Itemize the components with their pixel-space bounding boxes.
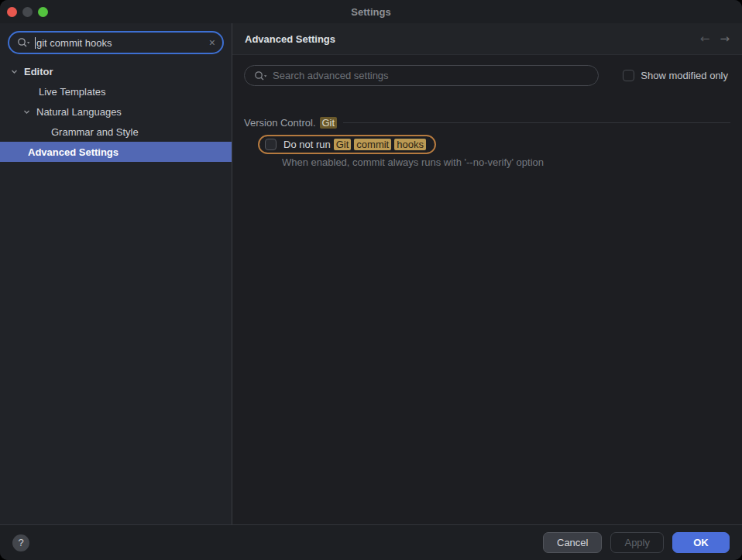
settings-sidebar: git commit hooks × Editor Live Templates: [0, 23, 232, 524]
window-title: Settings: [351, 6, 390, 18]
tree-item-label: Live Templates: [39, 86, 105, 98]
tree-item-natural-languages[interactable]: Natural Languages: [0, 101, 232, 122]
back-arrow-icon[interactable]: ←: [700, 32, 710, 46]
main-header: Advanced Settings ← →: [232, 23, 742, 55]
tree-item-editor[interactable]: Editor: [0, 61, 232, 81]
search-icon: [17, 37, 30, 48]
tree-item-grammar-and-style[interactable]: Grammar and Style: [0, 122, 232, 142]
tree-item-live-templates[interactable]: Live Templates: [0, 81, 232, 101]
traffic-lights: [7, 7, 48, 17]
tree-item-label: Grammar and Style: [51, 126, 139, 138]
advanced-settings-search-field[interactable]: [244, 65, 599, 86]
do-not-run-git-hooks-option[interactable]: Do not runGitcommithooks: [258, 135, 436, 154]
search-match-highlight: Git: [320, 117, 338, 129]
option-label: Do not runGitcommithooks: [283, 139, 426, 150]
minimize-window-button[interactable]: [22, 7, 33, 17]
text-caret: [35, 37, 36, 49]
zoom-window-button[interactable]: [38, 7, 48, 17]
show-modified-only-checkbox[interactable]: [623, 70, 634, 81]
show-modified-only-label: Show modified only: [641, 70, 728, 81]
search-match-highlight: Git: [334, 139, 352, 150]
settings-tree: Editor Live Templates Natural Languages …: [0, 61, 232, 162]
settings-search-input[interactable]: git commit hooks ×: [8, 31, 224, 54]
close-window-button[interactable]: [7, 7, 17, 17]
section-version-control-git: Version Control. Git: [244, 117, 730, 129]
clear-search-icon[interactable]: ×: [209, 37, 215, 48]
section-separator: [343, 122, 730, 123]
search-match-highlight: hooks: [394, 139, 426, 150]
tree-item-label: Natural Languages: [36, 106, 122, 118]
option-description: When enabled, commit always runs with '-…: [282, 156, 730, 168]
apply-button[interactable]: Apply: [610, 532, 664, 553]
ok-button[interactable]: OK: [672, 532, 730, 553]
tree-item-label: Advanced Settings: [28, 146, 119, 158]
cancel-button[interactable]: Cancel: [543, 532, 602, 553]
forward-arrow-icon[interactable]: →: [720, 32, 730, 46]
main-panel: Advanced Settings ← →: [232, 23, 742, 524]
advanced-settings-search-input[interactable]: [273, 70, 590, 81]
option-label-prefix: Do not run: [283, 139, 331, 150]
chevron-down-icon[interactable]: [10, 67, 19, 76]
footer-bar: ? Cancel Apply OK: [0, 524, 742, 560]
settings-search-value: git commit hooks: [36, 37, 209, 49]
tree-item-label: Editor: [24, 66, 53, 77]
show-modified-only-toggle[interactable]: Show modified only: [623, 70, 730, 81]
tree-item-advanced-settings[interactable]: Advanced Settings: [0, 142, 232, 162]
section-label: Version Control.: [244, 117, 316, 129]
settings-window: Settings git commit hooks ×: [0, 0, 742, 560]
help-button[interactable]: ?: [12, 534, 29, 551]
titlebar: Settings: [0, 0, 742, 23]
search-match-highlight: commit: [354, 139, 391, 150]
do-not-run-git-hooks-checkbox[interactable]: [265, 139, 277, 150]
page-title: Advanced Settings: [245, 33, 335, 45]
search-icon: [254, 70, 267, 81]
chevron-down-icon[interactable]: [22, 108, 31, 116]
